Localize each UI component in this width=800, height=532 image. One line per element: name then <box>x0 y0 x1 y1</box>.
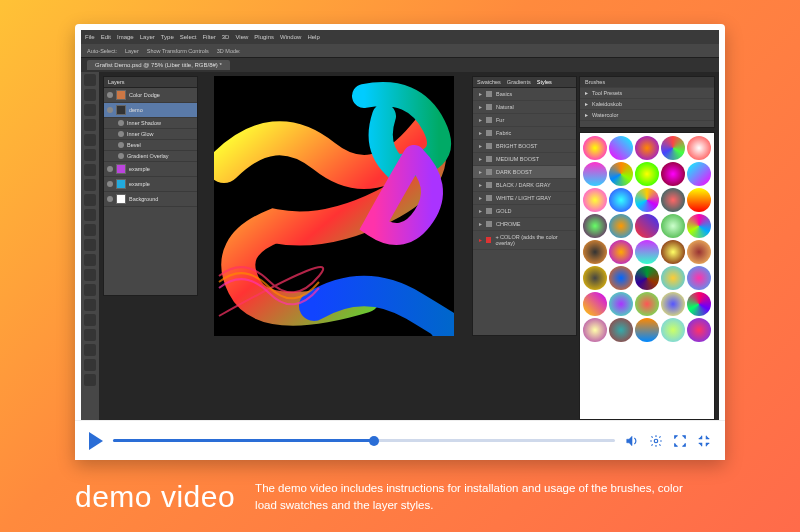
fullscreen-icon[interactable] <box>673 434 687 448</box>
swatch[interactable] <box>635 214 659 238</box>
tool-history[interactable] <box>84 224 96 236</box>
visibility-icon[interactable] <box>107 196 113 202</box>
swatch[interactable] <box>583 266 607 290</box>
swatch[interactable] <box>609 292 633 316</box>
swatch[interactable] <box>687 292 711 316</box>
swatch[interactable] <box>661 266 685 290</box>
swatch[interactable] <box>609 162 633 186</box>
swatch[interactable] <box>687 266 711 290</box>
menu-item[interactable]: Image <box>117 34 134 40</box>
tool-lasso[interactable] <box>84 104 96 116</box>
menu-item[interactable]: Edit <box>101 34 111 40</box>
style-folder[interactable]: ▸DARK BOOST <box>473 166 576 179</box>
swatch[interactable] <box>661 318 685 342</box>
swatch[interactable] <box>687 318 711 342</box>
optbar-value[interactable]: Layer <box>125 48 139 54</box>
layer-row[interactable]: Inner Glow <box>104 129 197 140</box>
menu-item[interactable]: Window <box>280 34 301 40</box>
style-folder[interactable]: ▸GOLD <box>473 205 576 218</box>
swatch[interactable] <box>635 240 659 264</box>
visibility-icon[interactable] <box>118 142 124 148</box>
style-folder[interactable]: ▸BRIGHT BOOST <box>473 140 576 153</box>
video-timeline[interactable] <box>113 439 615 442</box>
swatch[interactable] <box>583 214 607 238</box>
menu-item[interactable]: Type <box>161 34 174 40</box>
brush-folder[interactable]: Tool Presets <box>592 90 622 96</box>
tool-gradient[interactable] <box>84 254 96 266</box>
visibility-icon[interactable] <box>107 107 113 113</box>
layer-row[interactable]: Gradient Overlay <box>104 151 197 162</box>
menu-item[interactable]: Help <box>307 34 319 40</box>
swatch[interactable] <box>687 136 711 160</box>
swatch[interactable] <box>687 240 711 264</box>
tool-marquee[interactable] <box>84 89 96 101</box>
style-folder[interactable]: ▸MEDIUM BOOST <box>473 153 576 166</box>
styles-tab[interactable]: Gradients <box>507 79 531 85</box>
tool-pen[interactable] <box>84 299 96 311</box>
tool-dodge[interactable] <box>84 284 96 296</box>
style-folder[interactable]: ▸Natural <box>473 101 576 114</box>
tool-wand[interactable] <box>84 119 96 131</box>
style-folder[interactable]: ▸Fur <box>473 114 576 127</box>
swatch[interactable] <box>661 214 685 238</box>
layer-row[interactable]: Inner Shadow <box>104 118 197 129</box>
swatch[interactable] <box>687 214 711 238</box>
swatch[interactable] <box>609 240 633 264</box>
swatch[interactable] <box>609 188 633 212</box>
swatch[interactable] <box>583 136 607 160</box>
tool-eyedropper[interactable] <box>84 164 96 176</box>
swatch[interactable] <box>583 188 607 212</box>
swatch[interactable] <box>609 214 633 238</box>
swatch[interactable] <box>635 318 659 342</box>
tool-zoom[interactable] <box>84 374 96 386</box>
swatch[interactable] <box>583 162 607 186</box>
tool-eraser[interactable] <box>84 239 96 251</box>
swatch[interactable] <box>583 292 607 316</box>
menu-item[interactable]: Plugins <box>254 34 274 40</box>
swatch[interactable] <box>583 240 607 264</box>
style-folder[interactable]: ▸Basics <box>473 88 576 101</box>
styles-tab[interactable]: Swatches <box>477 79 501 85</box>
swatch[interactable] <box>635 292 659 316</box>
swatch[interactable] <box>635 162 659 186</box>
style-folder[interactable]: ▸CHROME <box>473 218 576 231</box>
tool-brush[interactable] <box>84 194 96 206</box>
tool-path[interactable] <box>84 329 96 341</box>
timeline-knob[interactable] <box>369 436 379 446</box>
swatch[interactable] <box>687 188 711 212</box>
gear-icon[interactable] <box>649 434 663 448</box>
tool-stamp[interactable] <box>84 209 96 221</box>
visibility-icon[interactable] <box>118 131 124 137</box>
style-folder[interactable]: ▸BLACK / DARK GRAY <box>473 179 576 192</box>
tool-type[interactable] <box>84 314 96 326</box>
layer-row[interactable]: example <box>104 162 197 177</box>
swatch[interactable] <box>661 162 685 186</box>
tool-heal[interactable] <box>84 179 96 191</box>
style-folder[interactable]: ▸WHITE / LIGHT GRAY <box>473 192 576 205</box>
visibility-icon[interactable] <box>118 120 124 126</box>
menu-item[interactable]: File <box>85 34 95 40</box>
tool-move[interactable] <box>84 74 96 86</box>
layer-row[interactable]: example <box>104 177 197 192</box>
document-tab[interactable]: Grafist Demo.psd @ 75% (Liber title, RGB… <box>87 60 230 70</box>
exit-fullscreen-icon[interactable] <box>697 434 711 448</box>
menu-item[interactable]: View <box>235 34 248 40</box>
visibility-icon[interactable] <box>107 166 113 172</box>
layer-row[interactable]: Background <box>104 192 197 207</box>
tool-hand[interactable] <box>84 359 96 371</box>
style-folder[interactable]: ▸+ COLOR (adds the color overlay) <box>473 231 576 250</box>
swatch[interactable] <box>687 162 711 186</box>
visibility-icon[interactable] <box>107 92 113 98</box>
swatch[interactable] <box>661 188 685 212</box>
swatch[interactable] <box>635 266 659 290</box>
tool-blur[interactable] <box>84 269 96 281</box>
menu-item[interactable]: Filter <box>202 34 215 40</box>
ps-canvas-area[interactable] <box>198 72 470 420</box>
swatch[interactable] <box>609 266 633 290</box>
style-folder[interactable]: ▸Fabric <box>473 127 576 140</box>
styles-tab[interactable]: Styles <box>537 79 552 85</box>
swatch[interactable] <box>609 136 633 160</box>
swatch[interactable] <box>609 318 633 342</box>
brush-folder[interactable]: Watercolor <box>592 112 618 118</box>
swatch[interactable] <box>661 136 685 160</box>
